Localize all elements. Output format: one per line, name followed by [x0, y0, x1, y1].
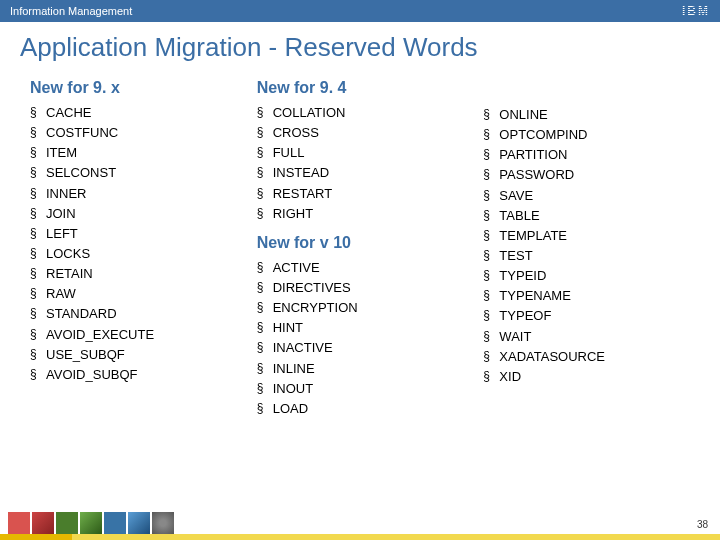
- list-item: RESTART: [257, 184, 464, 204]
- list-item: INACTIVE: [257, 338, 464, 358]
- list-item: SELCONST: [30, 163, 237, 183]
- header-bar: Information Management IBM: [0, 0, 720, 22]
- list-item: AVOID_EXECUTE: [30, 325, 237, 345]
- list-item: RIGHT: [257, 204, 464, 224]
- decor-square: [80, 512, 102, 534]
- list-item: AVOID_SUBQF: [30, 365, 237, 385]
- footer-stripe: [0, 534, 720, 540]
- page-number: 38: [697, 519, 708, 530]
- list-item: JOIN: [30, 204, 237, 224]
- list-item: TABLE: [483, 206, 690, 226]
- list-item: TYPENAME: [483, 286, 690, 306]
- column-1: New for 9. xCACHECOSTFUNCITEMSELCONSTINN…: [30, 69, 237, 419]
- list-item: CACHE: [30, 103, 237, 123]
- list-item: LOCKS: [30, 244, 237, 264]
- list-item: PASSWORD: [483, 165, 690, 185]
- ibm-logo: IBM: [682, 4, 710, 18]
- list-item: PARTITION: [483, 145, 690, 165]
- list-item: LOAD: [257, 399, 464, 419]
- list-item: STANDARD: [30, 304, 237, 324]
- list-item: SAVE: [483, 186, 690, 206]
- section-heading: New for v 10: [257, 234, 464, 252]
- reserved-list: COLLATIONCROSSFULLINSTEADRESTARTRIGHT: [257, 103, 464, 224]
- decor-square: [32, 512, 54, 534]
- list-item: COSTFUNC: [30, 123, 237, 143]
- decor-square: [152, 512, 174, 534]
- list-item: LEFT: [30, 224, 237, 244]
- list-item: TEST: [483, 246, 690, 266]
- list-item: RETAIN: [30, 264, 237, 284]
- header-subtitle: Information Management: [10, 5, 132, 17]
- list-item: COLLATION: [257, 103, 464, 123]
- section-heading: New for 9. 4: [257, 79, 464, 97]
- list-item: INSTEAD: [257, 163, 464, 183]
- list-item: ITEM: [30, 143, 237, 163]
- list-item: USE_SUBQF: [30, 345, 237, 365]
- list-item: ENCRYPTION: [257, 298, 464, 318]
- list-item: ONLINE: [483, 105, 690, 125]
- reserved-list: ONLINEOPTCOMPINDPARTITIONPASSWORDSAVETAB…: [483, 105, 690, 387]
- list-item: RAW: [30, 284, 237, 304]
- decor-square: [8, 512, 30, 534]
- footer-decor: [8, 512, 174, 534]
- list-item: INNER: [30, 184, 237, 204]
- list-item: TEMPLATE: [483, 226, 690, 246]
- list-item: TYPEOF: [483, 306, 690, 326]
- column-3: ONLINEOPTCOMPINDPARTITIONPASSWORDSAVETAB…: [483, 69, 690, 419]
- section-heading: New for 9. x: [30, 79, 237, 97]
- decor-square: [104, 512, 126, 534]
- list-item: CROSS: [257, 123, 464, 143]
- reserved-list: ACTIVEDIRECTIVESENCRYPTIONHINTINACTIVEIN…: [257, 258, 464, 419]
- list-item: DIRECTIVES: [257, 278, 464, 298]
- list-item: INOUT: [257, 379, 464, 399]
- column-2: New for 9. 4COLLATIONCROSSFULLINSTEADRES…: [257, 69, 464, 419]
- list-item: OPTCOMPIND: [483, 125, 690, 145]
- reserved-list: CACHECOSTFUNCITEMSELCONSTINNERJOINLEFTLO…: [30, 103, 237, 385]
- list-item: FULL: [257, 143, 464, 163]
- footer: 38: [0, 510, 720, 540]
- list-item: HINT: [257, 318, 464, 338]
- list-item: WAIT: [483, 327, 690, 347]
- list-item: INLINE: [257, 359, 464, 379]
- decor-square: [56, 512, 78, 534]
- list-item: XADATASOURCE: [483, 347, 690, 367]
- page-title: Application Migration - Reserved Words: [0, 22, 720, 69]
- content-area: New for 9. xCACHECOSTFUNCITEMSELCONSTINN…: [0, 69, 720, 419]
- decor-square: [128, 512, 150, 534]
- list-item: ACTIVE: [257, 258, 464, 278]
- list-item: TYPEID: [483, 266, 690, 286]
- list-item: XID: [483, 367, 690, 387]
